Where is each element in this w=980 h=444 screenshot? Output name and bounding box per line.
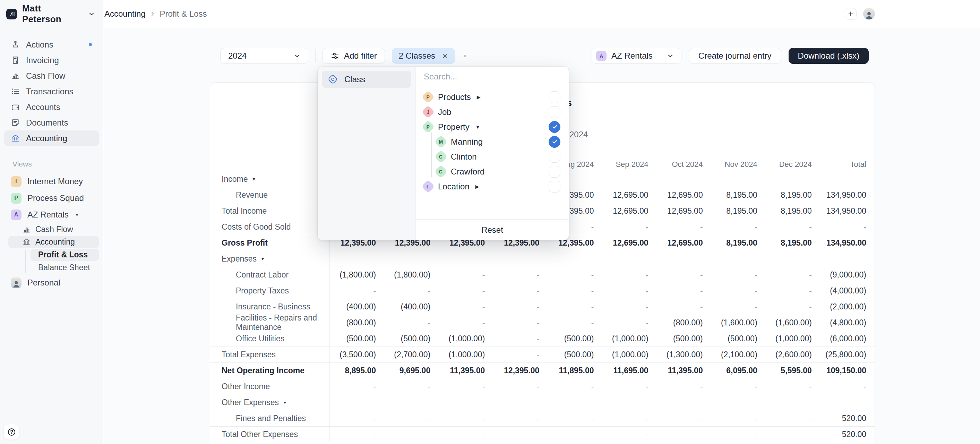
caret-down-icon[interactable]: ▼ xyxy=(476,124,480,130)
checkbox-products[interactable] xyxy=(549,91,560,103)
checkbox-clinton[interactable] xyxy=(549,151,560,163)
value-cell: - xyxy=(602,315,657,331)
class-option-manning[interactable]: M Manning xyxy=(416,134,569,149)
help-button[interactable] xyxy=(3,424,19,440)
value-cell: - xyxy=(657,426,711,442)
class-option-crawford[interactable]: C Crawford xyxy=(416,164,569,179)
caret-right-icon[interactable]: ▶ xyxy=(476,184,479,189)
view-item-personal[interactable]: Personal xyxy=(4,274,99,291)
value-cell: 134,950.00 xyxy=(820,187,875,203)
value-cell: (2,700.00) xyxy=(384,347,439,363)
entity-select[interactable]: A AZ Rentals xyxy=(592,48,681,64)
value-cell: - xyxy=(493,411,547,426)
sidebar-item-invoicing[interactable]: $ Invoicing xyxy=(4,53,99,68)
class-option-location[interactable]: L Location▶ xyxy=(416,179,569,194)
value-cell xyxy=(602,395,657,411)
view-subitem-accounting[interactable]: Accounting xyxy=(8,236,99,248)
value-cell: - xyxy=(711,219,766,235)
checkbox-crawford[interactable] xyxy=(549,166,560,178)
category-label: Class xyxy=(344,75,365,84)
user-avatar[interactable] xyxy=(863,8,875,20)
collapse-caret-icon[interactable]: ▾ xyxy=(261,256,264,261)
classes-filter-chip[interactable]: 2 Classes xyxy=(392,48,455,64)
create-journal-entry-button[interactable]: Create journal entry xyxy=(689,48,781,64)
close-icon[interactable] xyxy=(441,53,448,59)
add-filter-label: Add filter xyxy=(344,51,377,61)
class-badge: C xyxy=(434,165,447,178)
caret-right-icon[interactable]: ▶ xyxy=(477,94,480,100)
category-option-class[interactable]: C Class xyxy=(322,71,411,88)
download-xlsx-button[interactable]: Download (.xlsx) xyxy=(789,48,869,64)
value-cell: 8,195.00 xyxy=(766,203,820,219)
search-input[interactable]: Search... xyxy=(416,67,569,87)
checkbox-property[interactable] xyxy=(549,121,560,133)
value-cell xyxy=(820,251,875,267)
row-label-insurance-business: Insurance - Business xyxy=(210,299,330,315)
tree-line xyxy=(431,132,432,177)
header-cell-sep-2024: Sep 2024 xyxy=(602,158,657,171)
view-item-internet-money[interactable]: I Internet Money xyxy=(4,173,99,190)
value-cell: - xyxy=(439,315,493,331)
invoice-icon: $ xyxy=(11,56,20,65)
sidebar-item-accounts[interactable]: Accounts xyxy=(4,99,99,115)
report-link-balance-sheet[interactable]: Balance Sheet xyxy=(30,261,99,274)
value-cell: - xyxy=(602,283,657,299)
classes-filter-chip-label: 2 Classes xyxy=(399,51,435,61)
value-cell: 8,195.00 xyxy=(711,235,766,251)
class-option-label: Job xyxy=(438,107,452,117)
report-link-profit-loss[interactable]: Profit & Loss xyxy=(30,249,99,261)
value-cell: - xyxy=(711,411,766,426)
view-item-az-rentals[interactable]: A AZ Rentals▾ xyxy=(4,206,99,223)
value-cell: - xyxy=(547,299,602,315)
breadcrumb-accounting[interactable]: Accounting xyxy=(104,9,146,19)
value-cell: (1,800.00) xyxy=(384,267,439,283)
value-cell: (500.00) xyxy=(711,331,766,347)
value-cell xyxy=(384,395,439,411)
value-cell: (4,800.00) xyxy=(820,315,875,331)
view-subitem-cash-flow[interactable]: Cash Flow xyxy=(8,223,99,236)
add-filter-button[interactable]: Add filter xyxy=(323,48,385,64)
add-button[interactable] xyxy=(845,8,856,20)
value-cell xyxy=(330,251,384,267)
value-cell xyxy=(330,395,384,411)
chevron-down-icon xyxy=(667,52,674,60)
value-cell: - xyxy=(547,426,602,442)
value-cell: - xyxy=(766,411,820,426)
sidebar-item-actions[interactable]: Actions xyxy=(4,37,99,53)
collapse-caret-icon[interactable]: ▾ xyxy=(253,176,255,182)
class-option-property[interactable]: P Property▼ xyxy=(416,119,569,134)
reset-button[interactable]: Reset xyxy=(416,219,569,240)
year-select[interactable]: 2024 xyxy=(220,48,308,64)
value-cell: - xyxy=(330,283,384,299)
value-cell: - xyxy=(766,426,820,442)
value-cell: (2,100.00) xyxy=(711,347,766,363)
value-cell: (800.00) xyxy=(330,315,384,331)
entity-select-value: AZ Rentals xyxy=(611,51,653,61)
checkbox-job[interactable] xyxy=(549,106,560,118)
value-cell: (500.00) xyxy=(657,331,711,347)
value-cell: - xyxy=(439,379,493,395)
sidebar-item-documents[interactable]: Documents xyxy=(4,115,99,130)
bar-chart-icon xyxy=(22,225,31,234)
checkbox-location[interactable] xyxy=(549,181,560,193)
value-cell: - xyxy=(602,379,657,395)
caret-down-icon[interactable]: ▾ xyxy=(76,212,78,218)
year-select-value: 2024 xyxy=(228,51,247,61)
view-item-process-squad[interactable]: P Process Squad xyxy=(4,190,99,206)
value-cell xyxy=(657,251,711,267)
report-actions: A AZ Rentals Create journal entry Downlo… xyxy=(592,48,869,64)
sidebar-item-transactions[interactable]: Transactions xyxy=(4,84,99,99)
sidebar-item-label: Accounting xyxy=(26,134,67,143)
class-option-job[interactable]: J Job xyxy=(416,104,569,119)
checkbox-manning[interactable] xyxy=(549,136,560,148)
value-cell: - xyxy=(330,379,384,395)
sidebar-item-accounting[interactable]: Accounting xyxy=(4,130,99,146)
class-option-products[interactable]: P Products▶ xyxy=(416,89,569,104)
workspace-switcher[interactable]: Matt Peterson xyxy=(0,0,103,28)
class-option-clinton[interactable]: C Clinton xyxy=(416,149,569,164)
header-cell-total: Total xyxy=(820,158,875,171)
sidebar-item-cash-flow[interactable]: Cash Flow xyxy=(4,68,99,84)
filter-chip-dot xyxy=(464,55,466,57)
collapse-caret-icon[interactable]: ▾ xyxy=(284,399,286,405)
chevron-down-icon[interactable] xyxy=(88,10,95,18)
